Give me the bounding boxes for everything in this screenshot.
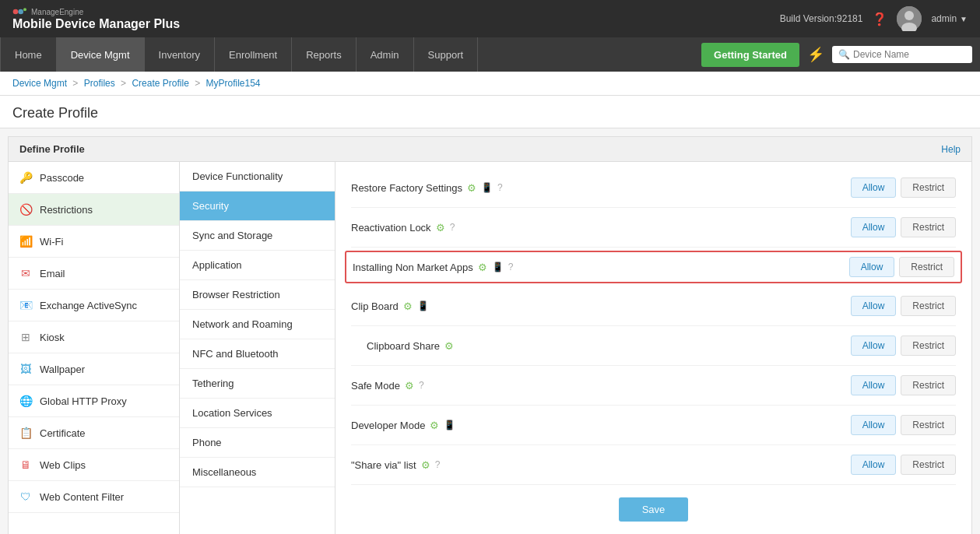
flash-icon[interactable]: ⚡ [807,46,824,63]
avatar [897,6,922,31]
breadcrumb-myprofile[interactable]: MyProfile154 [206,78,261,89]
help-icon-reactivation[interactable]: ? [450,222,455,233]
nav-enrollment[interactable]: Enrollment [215,37,292,72]
section-tethering[interactable]: Tethering [180,369,335,399]
search-input[interactable] [853,49,966,60]
ios-icon-nonmarket: 📱 [492,262,504,272]
restore-factory-label: Restore Factory Settings ⚙ 📱 ? [351,182,851,194]
kiosk-icon: ⊞ [18,329,33,345]
help-icon-restore[interactable]: ? [497,182,503,193]
exchange-icon: 📧 [18,297,33,313]
nav-admin[interactable]: Admin [357,37,414,72]
allow-button-share-via[interactable]: Allow [851,455,897,475]
breadcrumb: Device Mgmt > Profiles > Create Profile … [0,72,980,96]
restrict-button-non-market-apps[interactable]: Restrict [899,257,954,277]
ios-icon-restore: 📱 [481,182,493,193]
nav-reports[interactable]: Reports [292,37,357,72]
android-icon-reactivation: ⚙ [436,222,445,234]
setting-clipboard: Clip Board ⚙ 📱 Allow Restrict [351,286,956,326]
nav-support[interactable]: Support [414,37,479,72]
certificate-icon: 📋 [18,425,33,441]
restrict-button-restore-factory[interactable]: Restrict [901,177,956,198]
getting-started-button[interactable]: Getting Started [701,43,799,67]
nav-home[interactable]: Home [0,37,57,72]
build-version: Build Version:92181 [780,13,863,24]
safe-mode-actions: Allow Restrict [851,375,956,395]
restrict-button-developer-mode[interactable]: Restrict [901,415,956,435]
search-box: 🔍 [832,46,972,63]
profile-sidebar: 🔑 Passcode 🚫 Restrictions 📶 Wi-Fi ✉ Emai… [9,162,180,534]
reactivation-lock-label: Reactivation Lock ⚙ ? [351,222,851,234]
section-browser-restriction[interactable]: Browser Restriction [180,280,335,310]
setting-clipboard-share: Clipboard Share ⚙ Allow Restrict [351,326,956,366]
breadcrumb-profiles[interactable]: Profiles [84,78,115,89]
wallpaper-icon: 🖼 [18,361,33,377]
nav-inventory[interactable]: Inventory [145,37,215,72]
android-icon-clipboard-share: ⚙ [444,340,454,352]
sidebar-item-wallpaper[interactable]: 🖼 Wallpaper [9,353,179,385]
clipboard-label: Clip Board ⚙ 📱 [351,300,851,312]
sidebar-item-web-clips[interactable]: 🖥 Web Clips [9,449,179,481]
brand-label: ManageEngine [31,8,83,16]
allow-button-restore-factory[interactable]: Allow [851,177,897,198]
restrict-button-clipboard-share[interactable]: Restrict [901,336,956,356]
sidebar-item-global-http[interactable]: 🌐 Global HTTP Proxy [9,385,179,417]
section-application[interactable]: Application [180,251,335,280]
app-title: Mobile Device Manager Plus [12,17,180,31]
section-security[interactable]: Security [180,191,335,221]
settings-content: Restore Factory Settings ⚙ 📱 ? Allow Res… [335,162,971,534]
android-icon-safemode: ⚙ [405,380,414,392]
restrict-button-reactivation-lock[interactable]: Restrict [901,217,956,237]
share-via-actions: Allow Restrict [851,455,956,475]
section-sync-storage[interactable]: Sync and Storage [180,221,335,251]
sidebar-item-passcode[interactable]: 🔑 Passcode [9,162,179,194]
allow-button-developer-mode[interactable]: Allow [851,415,897,435]
restrict-button-safe-mode[interactable]: Restrict [901,375,956,395]
sidebar-item-wifi[interactable]: 📶 Wi-Fi [9,226,179,258]
android-icon-restore: ⚙ [467,182,476,194]
main-panel: Define Profile Help 🔑 Passcode 🚫 Restric… [8,136,972,534]
breadcrumb-device-mgmt[interactable]: Device Mgmt [12,78,67,89]
setting-share-via-list: "Share via" list ⚙ ? Allow Restrict [351,445,956,485]
share-via-label: "Share via" list ⚙ ? [351,459,851,471]
section-nfc-bluetooth[interactable]: NFC and Bluetooth [180,339,335,369]
reactivation-lock-actions: Allow Restrict [851,217,956,237]
safe-mode-label: Safe Mode ⚙ ? [351,380,851,392]
help-circle-icon[interactable]: ❓ [872,12,887,26]
top-header: ManageEngine Mobile Device Manager Plus … [0,0,980,37]
section-network-roaming[interactable]: Network and Roaming [180,310,335,339]
section-phone[interactable]: Phone [180,428,335,458]
svg-point-1 [18,9,23,15]
sidebar-item-email[interactable]: ✉ Email [9,258,179,290]
section-device-functionality[interactable]: Device Functionality [180,162,335,191]
sidebar-item-web-content[interactable]: 🛡 Web Content Filter [9,481,179,513]
allow-button-non-market-apps[interactable]: Allow [849,257,895,277]
breadcrumb-create-profile[interactable]: Create Profile [132,78,188,89]
help-icon-nonmarket[interactable]: ? [508,262,514,272]
allow-button-safe-mode[interactable]: Allow [851,375,897,395]
allow-button-reactivation-lock[interactable]: Allow [851,217,897,237]
nav-bar: Home Device Mgmt Inventory Enrollment Re… [0,37,980,72]
ios-icon-devmode: 📱 [444,420,455,430]
admin-name[interactable]: admin ▼ [931,13,968,24]
sidebar-item-certificate[interactable]: 📋 Certificate [9,417,179,449]
restrict-button-share-via[interactable]: Restrict [901,455,956,475]
help-link[interactable]: Help [941,144,961,155]
restrictions-icon: 🚫 [18,202,33,217]
nav-device-mgmt[interactable]: Device Mgmt [57,37,145,72]
sidebar-item-exchange[interactable]: 📧 Exchange ActiveSync [9,290,179,321]
save-button[interactable]: Save [619,497,689,522]
restrict-button-clipboard[interactable]: Restrict [901,296,956,316]
android-icon-sharelist: ⚙ [421,459,430,471]
setting-restore-factory: Restore Factory Settings ⚙ 📱 ? Allow Res… [351,168,956,208]
help-icon-safemode[interactable]: ? [419,380,424,391]
non-market-apps-actions: Allow Restrict [849,257,954,277]
section-miscellaneous[interactable]: Miscellaneous [180,458,335,487]
section-location[interactable]: Location Services [180,399,335,428]
allow-button-clipboard-share[interactable]: Allow [851,336,897,356]
help-icon-sharelist[interactable]: ? [435,459,441,470]
sidebar-item-kiosk[interactable]: ⊞ Kiosk [9,321,179,353]
sidebar-item-restrictions[interactable]: 🚫 Restrictions [9,194,179,226]
allow-button-clipboard[interactable]: Allow [851,296,897,316]
ios-icon-clipboard: 📱 [417,300,429,311]
